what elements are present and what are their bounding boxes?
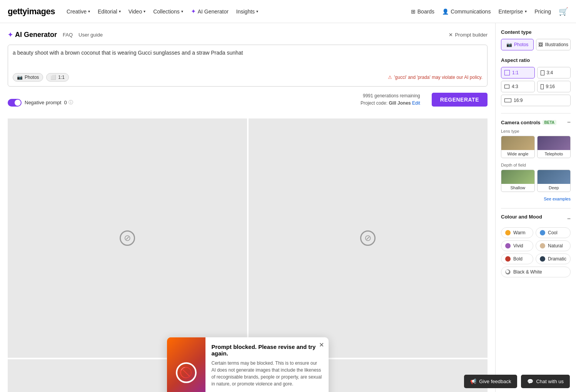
ar-43-icon — [504, 85, 509, 88]
see-examples-link[interactable]: See examples — [501, 197, 571, 201]
natural-mood-button[interactable]: Natural — [536, 240, 571, 251]
modal-blocked-circle: 🚫 — [176, 362, 197, 383]
nav-enterprise[interactable]: Enterprise ▾ — [498, 8, 527, 15]
ar-16-9-button[interactable]: 16:9 — [501, 95, 571, 106]
prompt-footer: 📷 Photos ⬜ 1:1 ⚠ 'gucci' and 'prada' may… — [13, 73, 483, 82]
photos-button[interactable]: 📷 Photos — [501, 39, 534, 50]
ai-gen-links: FAQ User guide — [63, 32, 103, 38]
ar-169-icon — [504, 98, 511, 102]
nav-insights[interactable]: Insights ▾ — [236, 7, 258, 16]
camera-controls-section: Camera controls BETA − Lens type Wide an… — [501, 119, 571, 201]
nav-collections[interactable]: Collections ▾ — [153, 7, 183, 16]
nav-communications[interactable]: 👤 Communications — [442, 8, 491, 15]
aspect-ratio-icon: ⬜ — [50, 75, 56, 80]
ai-star-icon: ✦ — [191, 8, 196, 15]
chevron-down-icon: ▾ — [256, 9, 258, 13]
ar-1-1-button[interactable]: 1:1 — [501, 67, 535, 78]
telephoto-button[interactable]: Telephoto — [537, 136, 571, 158]
modal-overlay: 🚫 Prompt blocked. Please revise and try … — [167, 337, 329, 392]
boards-icon: ⊞ — [411, 8, 416, 15]
ar-4-3-button[interactable]: 4:3 — [501, 81, 535, 92]
aspect-ratio-grid: 1:1 3:4 4:3 9:16 16:9 — [501, 67, 571, 106]
depth-of-field-buttons: Shallow Deep — [501, 170, 571, 192]
lens-type-buttons: Wide angle Telephoto — [501, 136, 571, 158]
image-grid: ⊘ ⊘ ⊘ ⊘ 🚫 Prompt blocked. Please revise … — [8, 118, 488, 392]
prompt-input[interactable] — [13, 50, 483, 69]
dramatic-mood-button[interactable]: Dramatic — [536, 254, 571, 264]
nav-editorial[interactable]: Editorial ▾ — [98, 7, 121, 16]
ar-11-icon — [504, 70, 510, 75]
ar-916-icon — [541, 84, 544, 89]
bw-color-dot — [505, 269, 511, 275]
nav-items: Creative ▾ Editorial ▾ Video ▾ Collectio… — [67, 6, 411, 17]
chevron-down-icon: ▾ — [525, 9, 527, 13]
prompt-area: 📷 Photos ⬜ 1:1 ⚠ 'gucci' and 'prada' may… — [8, 45, 488, 87]
ar-3-4-button[interactable]: 3:4 — [537, 67, 571, 78]
blocked-icon-2: ⊘ — [360, 230, 376, 246]
camera-controls-header: Camera controls BETA − — [501, 119, 571, 126]
camera-controls-title: Camera controls BETA — [501, 120, 556, 125]
cool-color-dot — [540, 230, 545, 235]
regenerate-button[interactable]: REGENERATE — [432, 93, 488, 107]
ai-title-star-icon: ✦ — [8, 31, 13, 38]
wide-angle-button[interactable]: Wide angle — [501, 136, 535, 158]
telephoto-image — [538, 136, 571, 150]
blocked-modal: 🚫 Prompt blocked. Please revise and try … — [167, 337, 329, 392]
content-area: ✦ AI Generator FAQ User guide ✕ Prompt b… — [0, 23, 495, 392]
natural-color-dot — [540, 243, 545, 249]
lens-type-label: Lens type — [501, 129, 571, 133]
nav-boards[interactable]: ⊞ Boards — [411, 8, 434, 15]
chat-button[interactable]: 💬 Chat with us — [521, 375, 570, 388]
nav-creative[interactable]: Creative ▾ — [67, 7, 90, 16]
chevron-down-icon: ▾ — [144, 9, 145, 13]
deep-dof-button[interactable]: Deep — [537, 170, 571, 192]
chat-icon: 💬 — [527, 379, 533, 384]
chevron-down-icon: ▾ — [181, 9, 183, 13]
give-feedback-button[interactable]: 📢 Give feedback — [464, 375, 517, 388]
cool-mood-button[interactable]: Cool — [536, 227, 571, 238]
faq-link[interactable]: FAQ — [63, 32, 73, 38]
edit-project-link[interactable]: Edit — [412, 100, 420, 106]
ar-9-16-button[interactable]: 9:16 — [537, 81, 571, 92]
info-icon: ⓘ — [68, 99, 73, 106]
bottom-bar: 📢 Give feedback 💬 Chat with us — [458, 371, 576, 392]
user-guide-link[interactable]: User guide — [78, 32, 103, 38]
shallow-dof-button[interactable]: Shallow — [501, 170, 535, 192]
collapse-mood-button[interactable]: − — [567, 215, 571, 222]
prompt-builder-icon: ✕ — [449, 32, 453, 38]
image-cell-2: ⊘ — [249, 118, 488, 358]
aspect-ratio-tag[interactable]: ⬜ 1:1 — [46, 73, 69, 82]
negative-prompt-label: Negative prompt 0 ⓘ — [25, 99, 73, 106]
dramatic-color-dot — [540, 256, 545, 262]
blocked-icon-1: ⊘ — [120, 230, 135, 246]
vivid-color-dot — [505, 243, 511, 249]
depth-of-field-label: Depth of field — [501, 163, 571, 167]
colour-mood-section: Colour and Mood − Warm Cool Vivid — [501, 214, 571, 277]
negative-prompt-toggle-wrapper: Negative prompt 0 ⓘ — [8, 99, 73, 107]
prompt-builder-button[interactable]: ✕ Prompt builder — [449, 32, 488, 38]
negative-prompt-toggle[interactable] — [8, 99, 22, 107]
nav-ai-generator[interactable]: ✦ AI Generator — [191, 6, 229, 17]
logo[interactable]: gettyimages — [8, 7, 55, 17]
modal-close-button[interactable]: ✕ — [319, 341, 324, 349]
bw-mood-button[interactable]: Black & White — [501, 267, 571, 277]
top-nav: gettyimages Creative ▾ Editorial ▾ Video… — [0, 0, 576, 23]
collapse-camera-button[interactable]: − — [567, 119, 571, 126]
colour-mood-title: Colour and Mood — [501, 214, 542, 220]
modal-body: Certain terms may be blocked. This is to… — [212, 360, 322, 387]
nav-video[interactable]: Video ▾ — [129, 7, 146, 16]
content-type-buttons: 📷 Photos 🖼 Illustrations — [501, 39, 571, 50]
nav-pricing[interactable]: Pricing — [534, 8, 551, 15]
illustrations-button[interactable]: 🖼 Illustrations — [536, 39, 571, 50]
chevron-down-icon: ▾ — [119, 9, 121, 13]
warm-mood-button[interactable]: Warm — [501, 227, 533, 238]
ai-gen-title: ✦ AI Generator — [8, 31, 57, 39]
cart-icon[interactable]: 🛒 — [559, 7, 568, 16]
vivid-mood-button[interactable]: Vivid — [501, 240, 533, 251]
bold-color-dot — [505, 256, 511, 262]
bold-mood-button[interactable]: Bold — [501, 254, 533, 264]
photos-tag[interactable]: 📷 Photos — [13, 73, 43, 82]
right-sidebar: Content type 📷 Photos 🖼 Illustrations As… — [495, 23, 576, 392]
wide-angle-image — [501, 136, 534, 150]
main-layout: ✦ AI Generator FAQ User guide ✕ Prompt b… — [0, 23, 576, 392]
